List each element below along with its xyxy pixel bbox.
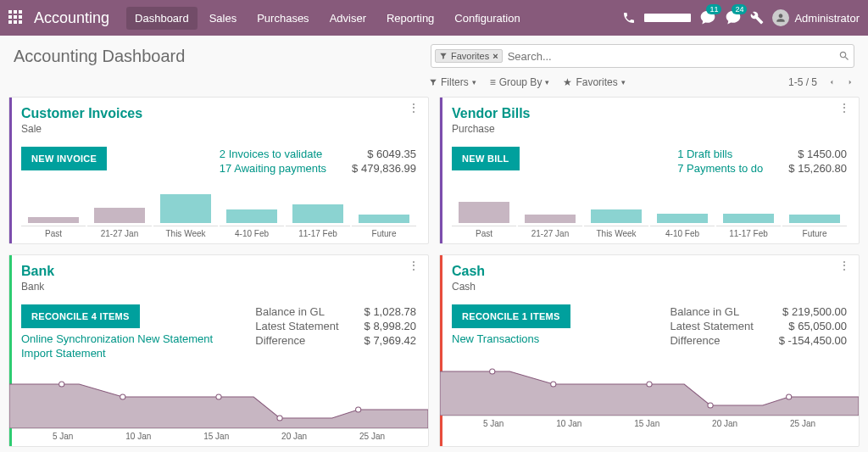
nav-purchases[interactable]: Purchases	[248, 7, 317, 30]
chart-x-axis: 5 Jan10 Jan15 Jan20 Jan25 Jan	[440, 416, 859, 428]
difference-value: $ -154,450.00	[779, 333, 847, 348]
card-accent	[440, 255, 442, 446]
card-title[interactable]: Bank	[21, 264, 416, 279]
favorites-toggle[interactable]: ★Favorites▾	[563, 76, 625, 88]
subheader: Accounting Dashboard Favorites ×	[0, 36, 868, 71]
card-accent	[9, 98, 12, 243]
controls-row: Filters▾ ≡Group By▾ ★Favorites▾ 1-5 / 5	[0, 71, 868, 97]
card-bank: ⋮ Bank Bank RECONCILE 4 ITEMS Online Syn…	[8, 254, 429, 447]
svg-point-3	[277, 416, 282, 421]
svg-point-8	[708, 403, 713, 408]
nav-sales[interactable]: Sales	[201, 7, 246, 30]
cash-area-chart	[440, 354, 859, 416]
card-subtitle: Purchase	[452, 123, 847, 135]
svg-point-7	[647, 382, 652, 387]
draft-bills-link[interactable]: 1 Draft bills	[677, 148, 732, 160]
latest-statement-label: Latest Statement	[255, 319, 338, 333]
nav-adviser[interactable]: Adviser	[321, 7, 375, 30]
card-subtitle: Bank	[21, 281, 416, 293]
progress-bar	[644, 14, 691, 22]
search-area: Favorites ×	[431, 44, 854, 68]
card-customer-invoices: ⋮ Customer Invoices Sale NEW INVOICE 2 I…	[8, 97, 429, 244]
reconcile-bank-button[interactable]: RECONCILE 4 ITEMS	[21, 304, 140, 328]
balance-gl-label: Balance in GL	[670, 304, 753, 319]
debug-icon[interactable]	[750, 11, 764, 25]
chart-x-axis: 5 Jan10 Jan15 Jan20 Jan25 Jan	[9, 428, 428, 441]
pager: 1-5 / 5	[788, 76, 854, 88]
card-subtitle: Cash	[452, 281, 847, 293]
difference-value: $ 7,969.42	[364, 333, 416, 348]
awaiting-payments-amount: $ 479,836.99	[352, 161, 416, 176]
list-icon: ≡	[490, 76, 496, 88]
svg-point-1	[120, 394, 125, 399]
card-cash: ⋮ Cash Cash RECONCILE 1 ITEMS New Transa…	[439, 254, 860, 447]
funnel-icon	[429, 78, 437, 86]
card-title[interactable]: Cash	[452, 264, 847, 279]
new-transactions-link[interactable]: New Transactions	[452, 332, 570, 346]
facet-label: Favorites	[451, 51, 489, 61]
top-navbar: Accounting Dashboard Sales Purchases Adv…	[0, 0, 868, 36]
new-invoice-button[interactable]: NEW INVOICE	[21, 147, 107, 170]
brand-title: Accounting	[34, 9, 109, 27]
card-menu-icon[interactable]: ⋮	[408, 106, 420, 109]
nav-reporting[interactable]: Reporting	[378, 7, 442, 30]
online-sync-link[interactable]: Online Synchronization New Statement	[21, 332, 213, 346]
card-menu-icon[interactable]: ⋮	[408, 264, 420, 267]
card-title[interactable]: Customer Invoices	[21, 106, 416, 121]
card-menu-icon[interactable]: ⋮	[838, 106, 850, 109]
nav-dashboard[interactable]: Dashboard	[126, 7, 198, 30]
reconcile-cash-button[interactable]: RECONCILE 1 ITEMS	[452, 304, 570, 328]
apps-icon[interactable]	[8, 10, 24, 25]
dashboard-cards: ⋮ Customer Invoices Sale NEW INVOICE 2 I…	[0, 97, 868, 452]
facet-remove-icon[interactable]: ×	[492, 51, 498, 61]
pager-text: 1-5 / 5	[788, 76, 817, 88]
difference-label: Difference	[670, 333, 753, 348]
phone-icon[interactable]	[622, 11, 636, 25]
invoices-to-validate-amount: $ 6049.35	[352, 147, 416, 161]
invoices-bar-chart: Past 21-27 Jan This Week 4-10 Feb 11-17 …	[21, 187, 416, 238]
bills-bar-chart: Past 21-27 Jan This Week 4-10 Feb 11-17 …	[452, 187, 847, 238]
topbar-right: 11 24 Administrator	[622, 9, 860, 26]
new-bill-button[interactable]: NEW BILL	[452, 147, 520, 170]
svg-point-0	[59, 382, 64, 387]
search-input[interactable]	[503, 50, 838, 63]
balance-gl-label: Balance in GL	[255, 304, 338, 319]
card-accent	[440, 98, 442, 243]
search-box[interactable]: Favorites ×	[431, 44, 854, 68]
invoices-to-validate-link[interactable]: 2 Invoices to validate	[220, 148, 322, 160]
pager-next-icon[interactable]	[846, 78, 854, 86]
latest-statement-value: $ 8,998.20	[364, 319, 416, 333]
main-nav: Dashboard Sales Purchases Adviser Report…	[126, 7, 529, 30]
draft-bills-amount: $ 1450.00	[788, 147, 847, 161]
search-facet-favorites[interactable]: Favorites ×	[435, 49, 503, 63]
search-controls: Filters▾ ≡Group By▾ ★Favorites▾	[429, 76, 626, 88]
nav-configuration[interactable]: Configuration	[446, 7, 528, 30]
import-statement-link[interactable]: Import Statement	[21, 346, 213, 360]
svg-point-5	[490, 369, 495, 374]
payments-to-do-amount: $ 15,260.80	[788, 161, 847, 176]
card-subtitle: Sale	[21, 123, 416, 135]
card-title[interactable]: Vendor Bills	[452, 106, 847, 121]
activities-count: 24	[732, 4, 747, 14]
svg-point-9	[787, 394, 792, 399]
search-icon[interactable]	[838, 50, 850, 62]
bank-area-chart	[9, 367, 428, 428]
page-title: Accounting Dashboard	[14, 47, 185, 66]
balance-gl-value: $ 1,028.78	[364, 304, 416, 319]
messages-icon[interactable]: 11	[699, 9, 716, 26]
groupby-toggle[interactable]: ≡Group By▾	[490, 76, 550, 88]
messages-count: 11	[706, 4, 721, 14]
svg-point-4	[356, 407, 361, 412]
difference-label: Difference	[255, 333, 338, 348]
pager-prev-icon[interactable]	[827, 78, 836, 86]
filters-toggle[interactable]: Filters▾	[429, 76, 476, 88]
card-menu-icon[interactable]: ⋮	[838, 264, 850, 267]
latest-statement-label: Latest Statement	[670, 319, 753, 333]
payments-to-do-link[interactable]: 7 Payments to do	[677, 162, 763, 175]
activities-icon[interactable]: 24	[725, 9, 742, 26]
balance-gl-value: $ 219,500.00	[779, 304, 847, 319]
filter-icon	[439, 52, 448, 60]
avatar	[772, 9, 789, 26]
user-menu[interactable]: Administrator	[772, 9, 860, 26]
awaiting-payments-link[interactable]: 17 Awaiting payments	[220, 162, 326, 175]
